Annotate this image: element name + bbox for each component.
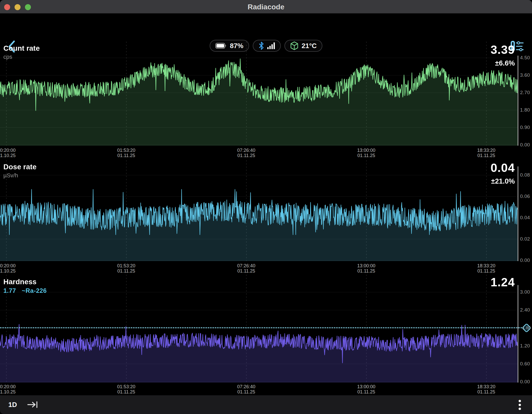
x-tick: 18:33:2001.11.25: [471, 263, 502, 274]
window-title: Radiacode: [0, 0, 532, 14]
dose-rate-uncertainty: ±21.0%: [491, 177, 515, 185]
count-rate-chart[interactable]: [0, 42, 520, 146]
count-rate-title: Count rate: [3, 44, 40, 53]
x-tick: 13:00:0001.11.25: [351, 263, 382, 274]
dose-rate-title: Dose rate: [3, 163, 37, 171]
y-tick: 3.00: [520, 289, 532, 295]
dose-rate-chart[interactable]: [0, 160, 520, 261]
hardness-threshold-label: 1.80: [524, 325, 529, 331]
y-tick: 3.60: [520, 72, 532, 78]
y-tick: 0.00: [520, 257, 532, 263]
hardness-reference-value: 1.77: [3, 287, 16, 294]
more-menu-button[interactable]: [515, 399, 524, 411]
x-tick: 01:53:2001.11.25: [111, 384, 142, 394]
hardness-threshold-line: [0, 327, 522, 328]
y-tick: 0.08: [520, 172, 532, 178]
hardness-reference: 1.77~Ra-226: [3, 287, 47, 294]
x-tick: 18:33:2001.11.25: [471, 384, 502, 394]
time-range-button[interactable]: 1D: [8, 395, 17, 414]
count-rate-value: 3.39: [490, 43, 515, 57]
x-tick: 01:53:2001.11.25: [111, 148, 142, 158]
dose-rate-value: 0.04: [490, 161, 515, 175]
y-tick: 2.70: [520, 90, 532, 95]
x-tick: 07:26:4001.11.25: [231, 384, 262, 394]
titlebar: Radiacode: [0, 0, 532, 14]
x-tick: 13:00:0001.11.25: [351, 148, 382, 158]
y-tick: 0.00: [520, 379, 532, 385]
hardness-reference-isotope: ~Ra-226: [22, 287, 47, 294]
hardness-title: Hardness: [3, 278, 37, 286]
hardness-threshold-marker[interactable]: 1.80: [522, 323, 531, 333]
count-rate-uncertainty: ±6.6%: [495, 59, 515, 67]
y-tick: 1.80: [520, 107, 532, 113]
skip-to-latest-button[interactable]: [27, 401, 38, 409]
y-tick: 0.90: [520, 125, 532, 130]
toolbar: 87% 21°C: [0, 14, 532, 42]
y-tick: 4.50: [520, 55, 532, 61]
hardness-value: 1.24: [490, 275, 515, 289]
x-tick: 07:26:4001.11.25: [231, 148, 262, 158]
count-rate-unit: cps: [3, 54, 12, 60]
vertical-ellipsis-icon: [518, 400, 521, 410]
x-tick: 0:20:001.10.25: [0, 263, 29, 274]
y-tick: 0.02: [520, 236, 532, 242]
dose-rate-unit: µSv/h: [3, 172, 18, 179]
x-tick: 07:26:4001.11.25: [231, 263, 262, 274]
bottom-bar: 1D: [0, 395, 532, 414]
x-tick: 13:00:0001.11.25: [351, 384, 382, 394]
y-tick: 0.06: [520, 193, 532, 199]
x-tick: 01:53:2001.11.25: [111, 263, 142, 274]
x-tick: 0:20:001.10.25: [0, 384, 29, 394]
arrow-to-end-icon: [28, 402, 37, 407]
y-tick: 1.20: [520, 343, 532, 349]
app-window: Radiacode 87%: [0, 0, 532, 414]
x-tick: 18:33:2001.11.25: [471, 148, 502, 158]
y-tick: 0.04: [520, 215, 532, 221]
y-tick: 2.40: [520, 307, 532, 313]
x-tick: 0:20:001.10.25: [0, 148, 29, 158]
y-tick: 0.00: [520, 142, 532, 148]
y-tick: 0.60: [520, 361, 532, 367]
hardness-chart[interactable]: [0, 275, 520, 383]
